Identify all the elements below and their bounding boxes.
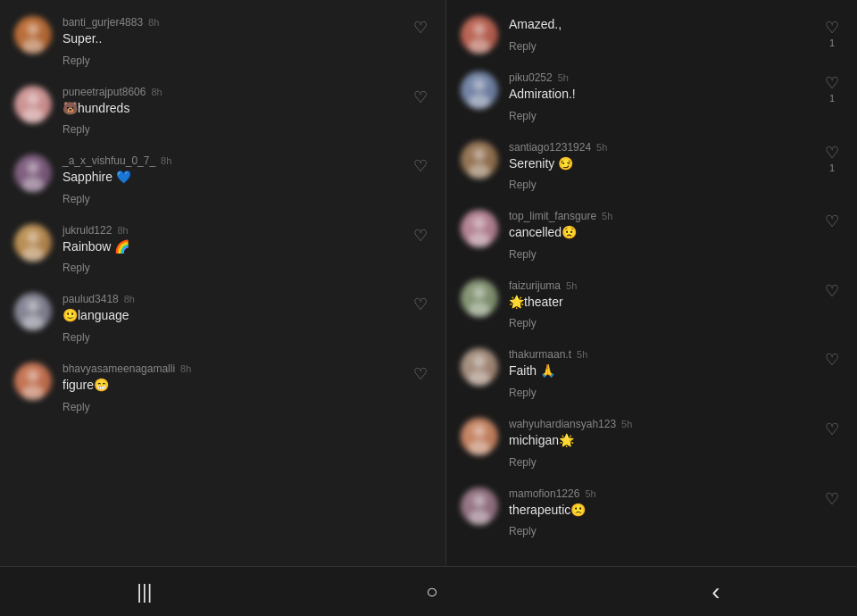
reply-link[interactable]: Reply bbox=[509, 525, 537, 537]
comment-item: santiago12319245hSerenity 😏Reply♡1 bbox=[446, 132, 857, 202]
comment-text: 🌟theater bbox=[509, 294, 811, 312]
svg-point-16 bbox=[473, 148, 486, 161]
like-button[interactable]: ♡ bbox=[410, 16, 431, 36]
comment-item: puneetrajput86068h🐻hundredsReply♡ bbox=[0, 77, 445, 146]
comment-item: piku02525hAdmiration.!Reply♡1 bbox=[446, 62, 857, 132]
avatar bbox=[461, 348, 498, 386]
comment-time: 8h bbox=[124, 294, 135, 304]
comment-text: cancelled😟 bbox=[509, 224, 811, 242]
menu-icon[interactable]: ||| bbox=[137, 580, 152, 604]
svg-point-4 bbox=[27, 162, 39, 174]
svg-point-10 bbox=[27, 370, 39, 382]
reply-link[interactable]: Reply bbox=[509, 179, 537, 191]
like-button[interactable]: ♡1 bbox=[821, 16, 843, 48]
comment-time: 5h bbox=[596, 142, 607, 153]
heart-icon: ♡ bbox=[825, 421, 839, 437]
like-count: 1 bbox=[829, 37, 835, 48]
heart-icon: ♡ bbox=[825, 213, 839, 229]
comment-text: Admiration.! bbox=[509, 86, 811, 104]
like-button[interactable]: ♡1 bbox=[821, 141, 843, 173]
heart-icon: ♡ bbox=[413, 296, 428, 312]
home-icon[interactable]: ○ bbox=[426, 580, 437, 604]
username: jukruld122 bbox=[62, 224, 112, 237]
like-button[interactable]: ♡ bbox=[821, 279, 843, 299]
reply-link[interactable]: Reply bbox=[509, 248, 537, 261]
svg-point-9 bbox=[22, 315, 44, 330]
username: _a_x_vishfuu_0_7_ bbox=[62, 154, 155, 167]
comment-time: 5h bbox=[577, 349, 587, 360]
like-button[interactable]: ♡ bbox=[821, 418, 843, 437]
svg-point-27 bbox=[469, 510, 490, 525]
heart-icon: ♡ bbox=[825, 145, 839, 161]
comment-item: mamofion12265htherapeutic🙁Reply♡ bbox=[446, 479, 857, 548]
main-content: banti_gurjer48838hSuper..Reply♡ puneetra… bbox=[0, 0, 857, 566]
username: piku0252 bbox=[509, 71, 553, 84]
comment-header: piku02525h bbox=[509, 71, 811, 84]
comment-time: 5h bbox=[602, 211, 612, 221]
comment-text: Serenity 😏 bbox=[509, 155, 811, 173]
reply-link[interactable]: Reply bbox=[62, 54, 90, 67]
reply-link[interactable]: Reply bbox=[509, 387, 537, 399]
username: puneetrajput8606 bbox=[62, 86, 146, 98]
reply-link[interactable]: Reply bbox=[62, 401, 90, 413]
comment-body: faizurijuma5h🌟theaterReply bbox=[509, 279, 811, 331]
comment-header: jukruld1228h bbox=[62, 224, 399, 237]
comment-time: 5h bbox=[558, 72, 569, 83]
comment-time: 5h bbox=[621, 419, 632, 429]
svg-point-2 bbox=[27, 93, 39, 105]
heart-icon: ♡ bbox=[825, 283, 839, 299]
comment-body: _a_x_vishfuu_0_7_8hSapphire 💙Reply bbox=[62, 154, 399, 206]
svg-point-23 bbox=[469, 370, 490, 386]
heart-icon: ♡ bbox=[825, 352, 839, 368]
avatar bbox=[14, 86, 52, 123]
username: faizurijuma bbox=[509, 279, 561, 292]
like-button[interactable]: ♡ bbox=[410, 86, 431, 105]
comment-text: 🐻hundreds bbox=[62, 100, 399, 118]
reply-link[interactable]: Reply bbox=[509, 456, 537, 469]
reply-link[interactable]: Reply bbox=[509, 110, 537, 122]
comment-text: figure😁 bbox=[62, 377, 399, 395]
svg-point-3 bbox=[22, 108, 44, 123]
like-button[interactable]: ♡ bbox=[410, 154, 431, 174]
avatar bbox=[461, 71, 498, 109]
comment-text: therapeutic🙁 bbox=[509, 502, 811, 520]
comment-time: 8h bbox=[151, 87, 162, 97]
svg-point-7 bbox=[22, 246, 44, 262]
reply-link[interactable]: Reply bbox=[509, 317, 537, 329]
comment-header: bhavyasameenagamalli8h bbox=[62, 362, 399, 375]
like-button[interactable]: ♡ bbox=[410, 362, 431, 382]
heart-icon: ♡ bbox=[413, 366, 428, 382]
back-icon[interactable]: ‹ bbox=[711, 578, 720, 606]
reply-link[interactable]: Reply bbox=[509, 40, 537, 53]
comment-header: thakurmaan.t5h bbox=[509, 348, 811, 361]
reply-link[interactable]: Reply bbox=[62, 193, 90, 205]
heart-icon: ♡ bbox=[413, 158, 428, 174]
svg-point-13 bbox=[469, 38, 490, 54]
like-button[interactable]: ♡ bbox=[410, 224, 431, 244]
like-button[interactable]: ♡ bbox=[821, 348, 843, 368]
svg-point-1 bbox=[22, 38, 44, 54]
svg-point-26 bbox=[473, 495, 486, 507]
comment-item: faizurijuma5h🌟theaterReply♡ bbox=[446, 271, 857, 340]
comment-text: michigan🌟 bbox=[509, 432, 811, 450]
comment-body: wahyuhardiansyah1235hmichigan🌟Reply bbox=[509, 418, 811, 470]
comment-body: puneetrajput86068h🐻hundredsReply bbox=[62, 86, 399, 137]
avatar bbox=[14, 154, 52, 192]
comment-header: paulud34188h bbox=[62, 293, 399, 305]
reply-link[interactable]: Reply bbox=[62, 123, 90, 136]
svg-point-5 bbox=[22, 177, 44, 192]
comment-header: top_limit_fansgure5h bbox=[509, 210, 811, 222]
like-button[interactable]: ♡ bbox=[821, 487, 843, 507]
avatar bbox=[14, 224, 52, 262]
reply-link[interactable]: Reply bbox=[62, 262, 90, 274]
comment-body: paulud34188h🙂languageReply bbox=[62, 293, 399, 345]
reply-link[interactable]: Reply bbox=[62, 331, 90, 344]
comment-body: Amazed.,Reply bbox=[509, 16, 811, 54]
comment-text: 🙂language bbox=[62, 307, 399, 325]
comment-header: santiago12319245h bbox=[509, 141, 811, 154]
like-button[interactable]: ♡ bbox=[821, 210, 843, 229]
comment-time: 8h bbox=[180, 363, 191, 374]
like-button[interactable]: ♡1 bbox=[821, 71, 843, 104]
like-button[interactable]: ♡ bbox=[410, 293, 431, 312]
avatar bbox=[461, 487, 498, 525]
